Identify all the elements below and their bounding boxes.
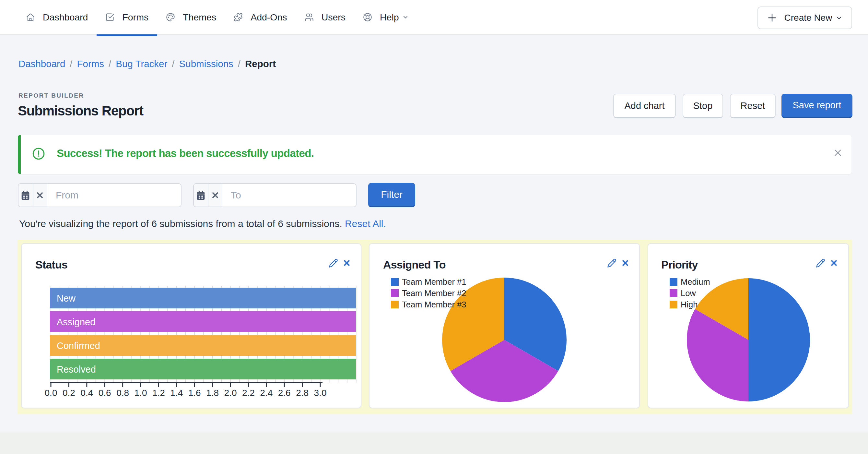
svg-text:1.6: 1.6 <box>188 388 201 398</box>
svg-text:0.0: 0.0 <box>45 388 57 398</box>
svg-text:2.0: 2.0 <box>224 388 237 398</box>
svg-text:1.2: 1.2 <box>152 388 165 398</box>
svg-text:1.4: 1.4 <box>170 388 183 398</box>
svg-text:Resolved: Resolved <box>57 364 96 374</box>
svg-text:0.6: 0.6 <box>98 388 111 398</box>
svg-text:2.8: 2.8 <box>296 388 309 398</box>
svg-text:1.0: 1.0 <box>134 388 147 398</box>
svg-text:New: New <box>57 293 76 304</box>
svg-text:0.2: 0.2 <box>63 388 75 398</box>
svg-text:3.0: 3.0 <box>314 388 327 398</box>
svg-text:2.2: 2.2 <box>242 388 255 398</box>
svg-text:Assigned: Assigned <box>57 317 95 327</box>
svg-text:0.4: 0.4 <box>81 388 93 398</box>
svg-text:2.6: 2.6 <box>278 388 291 398</box>
svg-text:Confirmed: Confirmed <box>57 340 100 351</box>
svg-text:2.4: 2.4 <box>260 388 273 398</box>
svg-text:1.8: 1.8 <box>206 388 219 398</box>
svg-text:0.8: 0.8 <box>116 388 129 398</box>
